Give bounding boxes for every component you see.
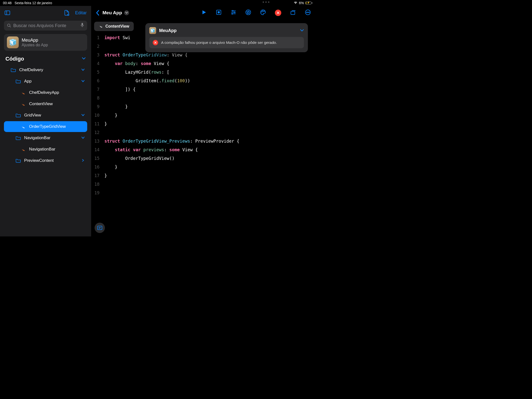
popover-title: MeuApp	[159, 28, 177, 33]
svg-point-22	[308, 12, 308, 13]
chevron-down-icon[interactable]	[300, 28, 304, 33]
svg-rect-24	[98, 226, 102, 230]
sidebar-item-navigationbar-folder[interactable]: NavigationBar	[4, 133, 87, 143]
chevron-down-icon	[81, 67, 85, 72]
status-date: Sexta-feira 12 de janeiro	[15, 1, 52, 5]
folder-icon	[15, 79, 21, 83]
star-circle-icon[interactable]	[245, 9, 251, 16]
swift-icon	[20, 90, 26, 95]
svg-point-18	[264, 11, 264, 12]
run-button[interactable]	[201, 9, 207, 16]
svg-point-14	[232, 13, 233, 14]
palette-icon[interactable]	[260, 9, 266, 16]
breadcrumb[interactable]: Meu App	[102, 10, 129, 16]
svg-rect-8	[218, 12, 219, 13]
sidebar-toggle-icon[interactable]	[4, 10, 10, 16]
sidebar-item-app-folder[interactable]: App	[4, 76, 87, 87]
chevron-down-icon	[124, 10, 129, 15]
error-indicator[interactable]	[275, 10, 281, 16]
sidebar: Editar Buscar nos Arquivos Fonte 🧊 MeuAp…	[0, 6, 91, 236]
sidebar-item-ordertypegridview[interactable]: OrderTypeGridView	[4, 121, 87, 132]
folder-icon	[15, 158, 21, 163]
editor: Meu App ContentView	[91, 6, 315, 236]
svg-point-10	[232, 10, 233, 11]
sidebar-item-contentview[interactable]: ContentView	[4, 99, 87, 109]
folder-icon	[10, 68, 16, 72]
mic-icon[interactable]	[80, 23, 84, 29]
code-editor[interactable]: 12345678910111213141516171819 import Swi…	[91, 31, 315, 236]
sidebar-item-navigationbar-file[interactable]: NavigationBar	[4, 144, 87, 155]
chevron-down-icon	[81, 79, 85, 84]
svg-rect-19	[291, 11, 295, 15]
settings-sliders-icon[interactable]	[231, 9, 236, 16]
tab-contentview[interactable]: ContentView	[94, 22, 134, 31]
svg-point-3	[7, 24, 10, 27]
windows-icon[interactable]	[290, 9, 296, 16]
swift-icon	[99, 24, 103, 29]
sidebar-item-chefdeliveyapp[interactable]: ChefDeliveyApp	[4, 87, 87, 98]
status-bar: 00:48 Sexta-feira 12 de janeiro 6% ⚡	[0, 0, 315, 6]
error-icon	[153, 40, 158, 45]
app-subtitle: Ajustes do App	[22, 43, 48, 47]
issues-popover: 🧊 MeuApp A compilação falhou porque o ar…	[145, 23, 308, 52]
chevron-down-icon	[81, 113, 85, 118]
app-settings-row[interactable]: 🧊 MeuApp Ajustes do App	[4, 34, 87, 51]
svg-rect-0	[5, 11, 10, 15]
stop-button[interactable]	[216, 9, 222, 16]
search-input[interactable]: Buscar nos Arquivos Fonte	[4, 21, 87, 31]
chevron-down-icon	[81, 135, 85, 140]
swift-icon	[20, 102, 26, 106]
status-time: 00:48	[3, 1, 12, 5]
wifi-icon	[294, 1, 298, 5]
editor-toolbar: Meu App	[91, 6, 315, 20]
svg-point-12	[234, 12, 235, 13]
app-icon: 🧊	[7, 36, 19, 48]
new-file-icon[interactable]	[64, 10, 70, 16]
back-button[interactable]	[96, 10, 100, 16]
issue-text: A compilação falhou porque o arquivo Mac…	[161, 40, 277, 45]
folder-icon	[15, 136, 21, 140]
sidebar-item-gridview-folder[interactable]: GridView	[4, 110, 87, 121]
swift-icon	[20, 147, 26, 151]
svg-rect-5	[82, 23, 83, 26]
swift-icon	[20, 124, 26, 129]
app-icon: 🧊	[149, 27, 156, 34]
issue-row[interactable]: A compilação falhou porque o arquivo Mac…	[149, 37, 304, 48]
section-code[interactable]: Código	[0, 55, 91, 64]
sidebar-item-previewcontent[interactable]: PreviewContent	[4, 155, 87, 166]
chevron-down-icon	[82, 57, 86, 61]
chevron-right-icon	[81, 158, 85, 163]
battery-percent: 6%	[299, 1, 304, 5]
edit-button[interactable]: Editar	[75, 10, 87, 16]
more-circle-icon[interactable]	[305, 9, 311, 16]
sidebar-item-chefdelivery[interactable]: ChefDelivery	[4, 65, 87, 75]
svg-point-21	[306, 12, 307, 13]
svg-point-17	[263, 11, 263, 11]
svg-line-4	[10, 26, 11, 27]
svg-point-23	[309, 12, 310, 13]
svg-point-16	[262, 12, 262, 12]
app-title: MeuApp	[22, 38, 48, 43]
console-button[interactable]	[95, 223, 105, 233]
search-placeholder: Buscar nos Arquivos Fonte	[13, 23, 78, 28]
multitask-grabber[interactable]	[263, 0, 269, 3]
folder-icon	[15, 113, 21, 117]
battery-icon: ⚡	[305, 1, 312, 4]
